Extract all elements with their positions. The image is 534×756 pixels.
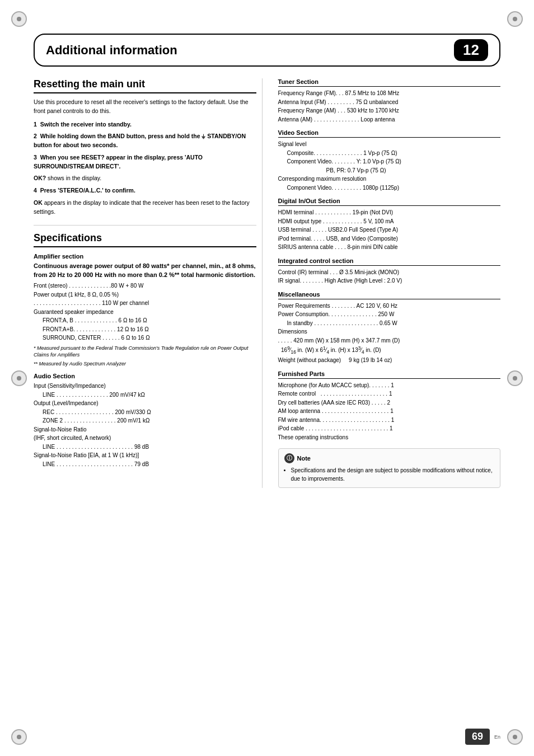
integrated-section: Integrated control section Control (IR) … — [278, 257, 501, 285]
note-box: ⓘ Note Specifications and the design are… — [278, 448, 501, 488]
corner-decoration-tl — [11, 11, 27, 27]
note-text: Specifications and the design are subjec… — [284, 466, 495, 483]
step-4-note: OK appears in the display to indicate th… — [34, 199, 256, 217]
footnote-1: * Measured pursuant to the Federal Trade… — [34, 345, 256, 359]
step-3: 3 When you see RESET? appear in the disp… — [34, 153, 256, 171]
furnished-specs: Microphone (for Auto MCACC setup). . . .… — [278, 381, 501, 442]
note-title: Note — [297, 455, 311, 462]
left-column: Resetting the main unit Use this procedu… — [34, 78, 263, 488]
audio-title: Audio Section — [34, 373, 256, 379]
reset-section: Resetting the main unit Use this procedu… — [34, 78, 256, 216]
furnished-section: Furnished Parts Microphone (for Auto MCA… — [278, 370, 501, 442]
section-divider — [34, 225, 256, 226]
two-column-layout: Resetting the main unit Use this procedu… — [34, 78, 500, 488]
misc-specs: Power Requirements . . . . . . . . AC 12… — [278, 302, 501, 365]
video-title: Video Section — [278, 129, 501, 138]
chapter-header: Additional information 12 — [34, 34, 500, 67]
amplifier-title: Amplifier section — [34, 253, 256, 260]
digital-title: Digital In/Out Section — [278, 198, 501, 206]
amplifier-bold: Continuous average power output of 80 wa… — [34, 262, 256, 279]
audio-specs: Input (Sensitivity/Impedance) LINE . . .… — [34, 382, 256, 468]
reset-title: Resetting the main unit — [34, 78, 256, 93]
specs-section: Specifications Amplifier section Continu… — [34, 232, 256, 468]
misc-section: Miscellaneous Power Requirements . . . .… — [278, 291, 501, 365]
integrated-title: Integrated control section — [278, 257, 501, 266]
content-area: Resetting the main unit Use this procedu… — [34, 78, 500, 722]
page-number-area: 69 En — [465, 729, 500, 745]
header-area: Additional information 12 — [34, 34, 500, 83]
note-header: ⓘ Note — [284, 453, 495, 463]
digital-section: Digital In/Out Section HDMI terminal . .… — [278, 198, 501, 252]
chapter-number: 12 — [454, 39, 488, 61]
step-2: 2 While holding down the BAND button, pr… — [34, 132, 256, 150]
tuner-title: Tuner Section — [278, 78, 501, 87]
note-icon: ⓘ — [284, 453, 294, 463]
specs-title: Specifications — [34, 232, 256, 247]
integrated-specs: Control (IR) terminal . . . Ø 3.5 Mini-j… — [278, 268, 501, 285]
amplifier-specs: Front (stereo) . . . . . . . . . . . . .… — [34, 281, 256, 342]
right-column: Tuner Section Frequency Range (FM). . . … — [276, 78, 501, 488]
page-number-sub: En — [494, 734, 500, 740]
reset-intro: Use this procedure to reset all the rece… — [34, 98, 256, 116]
corner-decoration-br — [507, 729, 523, 745]
digital-specs: HDMI terminal . . . . . . . . . . . . 19… — [278, 208, 501, 252]
chapter-title: Additional information — [46, 43, 443, 58]
corner-decoration-mr — [507, 370, 523, 386]
footnote-2: ** Measured by Audio Spectrum Analyzer — [34, 360, 256, 368]
video-section: Video Section Signal level Composite. . … — [278, 129, 501, 192]
step-4: 4 Press 'STEREO/A.L.C.' to confirm. — [34, 186, 256, 195]
step-1: 1 Switch the receiver into standby. — [34, 120, 256, 129]
corner-decoration-ml — [11, 370, 27, 386]
tuner-specs: Frequency Range (FM). . . 87.5 MHz to 10… — [278, 89, 501, 124]
furnished-title: Furnished Parts — [278, 370, 501, 379]
corner-decoration-tr — [507, 11, 523, 27]
corner-decoration-bl — [11, 729, 27, 745]
page-number: 69 — [465, 729, 490, 745]
tuner-section: Tuner Section Frequency Range (FM). . . … — [278, 78, 501, 124]
misc-title: Miscellaneous — [278, 291, 501, 299]
video-specs: Signal level Composite. . . . . . . . . … — [278, 140, 501, 192]
step-3-note: OK? shows in the display. — [34, 174, 256, 183]
page: English Additional information 12 Resett… — [0, 0, 534, 756]
